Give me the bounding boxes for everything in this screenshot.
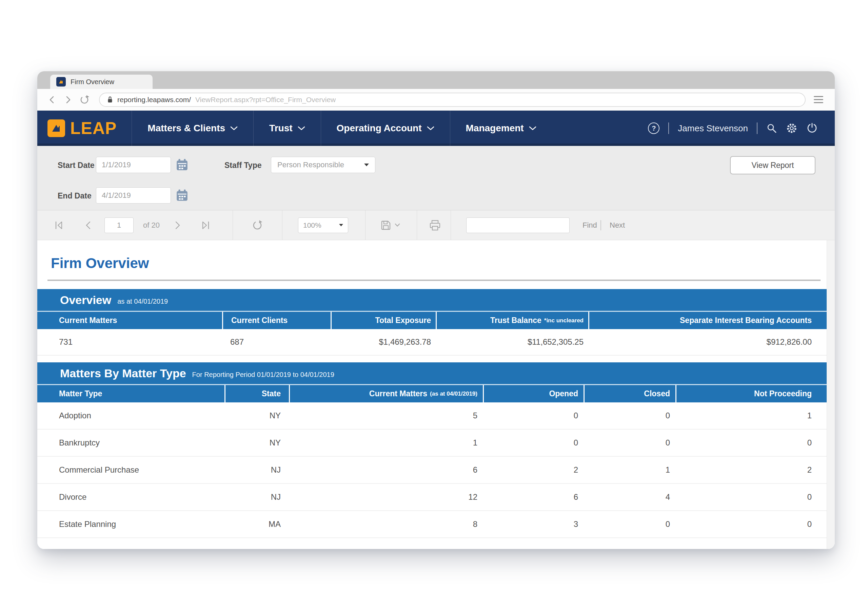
browser-address-row: reporting.leapaws.com/ ViewReport.aspx?r… <box>37 89 835 110</box>
leap-logo[interactable]: LEAP <box>37 110 132 146</box>
browser-menu-icon[interactable] <box>812 95 825 104</box>
menu-trust[interactable]: Trust <box>253 110 321 146</box>
browser-tab[interactable]: Firm Overview <box>50 75 153 89</box>
caret-down-icon <box>364 163 369 166</box>
toolbar-divider <box>451 210 451 240</box>
cell-state: NY <box>225 438 289 448</box>
zoom-level-value: 100% <box>303 221 321 229</box>
address-bar[interactable]: reporting.leapaws.com/ ViewReport.aspx?r… <box>99 93 806 107</box>
cell-not-proceeding: 1 <box>676 411 827 420</box>
matters-column-headers: Matter Type State Current Matters (as at… <box>37 384 827 403</box>
leap-logo-text: LEAP <box>70 118 117 138</box>
cell-opened: 3 <box>483 519 584 529</box>
start-date-input[interactable] <box>96 157 171 173</box>
column-header: Current Clients <box>222 312 330 329</box>
table-row: Bankruptcy NY 1 0 0 0 <box>37 429 827 457</box>
browser-tab-strip: Firm Overview <box>37 71 835 89</box>
staff-type-label: Staff Type <box>225 161 261 170</box>
settings-gear-icon[interactable] <box>786 123 797 134</box>
staff-type-value: Person Responsible <box>277 160 344 169</box>
help-icon[interactable]: ? <box>648 123 659 134</box>
first-page-button[interactable] <box>54 220 64 230</box>
cell-current-matters: 8 <box>289 519 483 529</box>
power-logout-icon[interactable] <box>806 123 818 134</box>
report-title: Firm Overview <box>51 255 835 271</box>
column-header: Trust Balance *inc uncleared <box>436 312 588 329</box>
leap-logo-icon <box>48 120 65 137</box>
toolbar-divider <box>282 210 282 240</box>
browser-reload-button[interactable] <box>79 94 90 106</box>
column-header: Matter Type <box>37 385 225 403</box>
report-viewer-toolbar: of 20 100% Find Next <box>37 210 835 240</box>
column-header: Separate Interest Bearing Accounts <box>588 312 827 329</box>
cell-state: NJ <box>225 492 289 502</box>
refresh-report-icon[interactable] <box>251 219 263 231</box>
column-header: Total Exposure <box>330 312 436 329</box>
cell-not-proceeding: 0 <box>676 492 827 502</box>
cell-current-matters: 5 <box>289 411 483 420</box>
staff-type-select[interactable]: Person Responsible <box>271 157 375 173</box>
browser-back-button[interactable] <box>46 94 57 106</box>
cell-separate-interest: $912,826.00 <box>588 337 827 347</box>
menu-management[interactable]: Management <box>450 110 552 146</box>
matters-section-title: Matters By Matter Type <box>60 367 186 380</box>
lock-icon <box>107 96 113 103</box>
divider <box>668 123 669 134</box>
start-date-calendar-icon[interactable] <box>176 158 189 172</box>
table-row: Estate Planning MA 8 3 0 0 <box>37 511 827 538</box>
find-text-input[interactable] <box>466 218 570 233</box>
print-button[interactable] <box>429 219 441 231</box>
report-body: Firm Overview Overview as at 04/01/2019 … <box>37 240 835 549</box>
overview-values-row: 731 687 $1,469,263.78 $11,652,305.25 $91… <box>37 329 827 356</box>
cell-closed: 1 <box>584 465 676 475</box>
report-filters-panel: Start Date Staff Type Person Responsible… <box>37 146 835 210</box>
view-report-button[interactable]: View Report <box>730 156 815 174</box>
find-link[interactable]: Find <box>583 221 597 230</box>
menu-label: Matters & Clients <box>147 123 225 134</box>
export-save-button[interactable] <box>380 220 400 231</box>
overview-column-headers: Current Matters Current Clients Total Ex… <box>37 311 827 329</box>
overview-section-subtitle: as at 04/01/2019 <box>117 297 168 305</box>
start-date-label: Start Date <box>57 161 95 170</box>
chevron-down-icon <box>298 126 305 131</box>
find-next-link[interactable]: Next <box>610 221 625 230</box>
menu-label: Trust <box>269 123 292 134</box>
toolbar-divider <box>365 210 366 240</box>
end-date-input[interactable] <box>96 187 171 204</box>
vertical-scrollbar[interactable] <box>827 240 835 549</box>
chevron-down-icon <box>395 223 400 227</box>
cell-current-matters: 1 <box>289 438 483 448</box>
table-row: Commercial Purchase NJ 6 2 1 2 <box>37 457 827 484</box>
zoom-level-select[interactable]: 100% <box>298 218 348 233</box>
user-name[interactable]: James Stevenson <box>678 123 748 134</box>
caret-down-icon <box>339 224 343 226</box>
cell-current-clients: 687 <box>222 337 330 347</box>
last-page-button[interactable] <box>200 220 211 230</box>
cell-opened: 0 <box>483 411 584 420</box>
end-date-calendar-icon[interactable] <box>176 189 189 202</box>
cell-matter-type: Divorce <box>37 492 225 502</box>
browser-forward-button[interactable] <box>62 94 74 106</box>
cell-current-matters: 12 <box>289 492 483 502</box>
cell-not-proceeding: 0 <box>676 519 827 529</box>
divider <box>48 280 820 281</box>
previous-page-button[interactable] <box>84 220 91 230</box>
column-header: Closed <box>584 385 676 403</box>
overview-section-title: Overview <box>60 294 111 307</box>
cell-trust-balance: $11,652,305.25 <box>436 337 588 347</box>
matters-section-subtitle: For Reporting Period 01/01/2019 to 04/01… <box>192 371 334 379</box>
url-host: reporting.leapaws.com/ <box>117 96 191 104</box>
menu-matters-and-clients[interactable]: Matters & Clients <box>132 110 253 146</box>
menu-operating-account[interactable]: Operating Account <box>321 110 450 146</box>
matters-section-header: Matters By Matter Type For Reporting Per… <box>37 362 827 384</box>
end-date-label: End Date <box>57 191 91 201</box>
table-row: Divorce NJ 12 6 4 0 <box>37 484 827 511</box>
column-header-note: *inc uncleared <box>544 317 584 324</box>
cell-not-proceeding: 0 <box>676 438 827 448</box>
next-page-button[interactable] <box>174 220 182 230</box>
search-icon[interactable] <box>766 123 777 134</box>
overview-section: Overview as at 04/01/2019 Current Matter… <box>37 289 827 356</box>
column-header: Opened <box>483 385 584 403</box>
menu-label: Operating Account <box>337 123 422 134</box>
page-number-input[interactable] <box>104 218 133 233</box>
